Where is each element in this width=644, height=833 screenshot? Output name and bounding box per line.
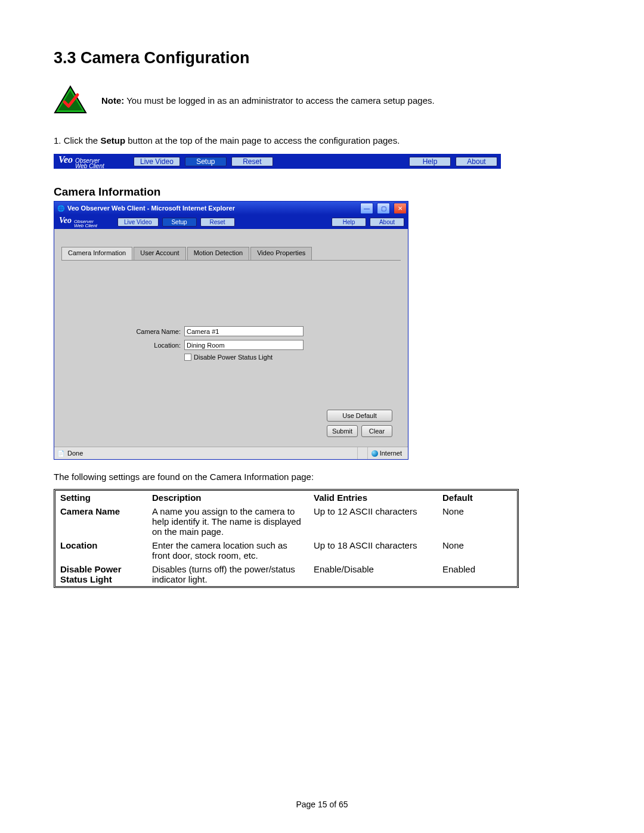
logo: Veo ObserverWeb Client bbox=[57, 154, 129, 169]
reset-button[interactable]: Reset bbox=[231, 157, 273, 166]
section-heading: 3.3 Camera Configuration bbox=[54, 49, 590, 67]
ie-titlebar: 🌐 Veo Observer Web Client - Microsoft In… bbox=[54, 202, 408, 215]
live-video-button[interactable]: Live Video bbox=[134, 157, 180, 166]
tab-user-account[interactable]: User Account bbox=[134, 247, 185, 260]
setup-button[interactable]: Setup bbox=[185, 157, 227, 166]
th-valid: Valid Entries bbox=[309, 491, 438, 504]
logo-sub: ObserverWeb Client bbox=[75, 158, 104, 169]
inner-toolbar: Veo ObserverWeb Client Live Video Setup … bbox=[54, 215, 408, 229]
setup-button-inner[interactable]: Setup bbox=[162, 218, 197, 227]
table-row: Location Enter the camera location such … bbox=[55, 538, 517, 562]
close-button[interactable]: ✕ bbox=[394, 203, 407, 214]
note-text: Note: You must be logged in as an admini… bbox=[101, 95, 435, 106]
sub-heading: Camera Information bbox=[54, 185, 590, 199]
clear-button[interactable]: Clear bbox=[361, 425, 392, 437]
maximize-button[interactable]: ▢ bbox=[377, 203, 390, 214]
about-button-inner[interactable]: About bbox=[370, 218, 404, 227]
form-area: Camera Name: Location: Disable Power Sta… bbox=[54, 261, 408, 368]
step1-post: button at the top of the main page to ac… bbox=[125, 135, 400, 145]
about-button[interactable]: About bbox=[456, 157, 497, 166]
th-default: Default bbox=[438, 491, 517, 504]
ie-window-title: Veo Observer Web Client - Microsoft Inte… bbox=[67, 205, 358, 212]
minimize-button[interactable]: — bbox=[360, 203, 373, 214]
location-input[interactable] bbox=[184, 340, 304, 350]
lead-text: The following settings are found on the … bbox=[54, 472, 590, 482]
step-1: 1. Click the Setup button at the top of … bbox=[54, 135, 590, 145]
page-footer: Page 15 of 65 bbox=[0, 800, 644, 809]
ie-statusbar: 📄 Done Internet bbox=[54, 447, 408, 459]
top-toolbar: Veo ObserverWeb Client Live Video Setup … bbox=[54, 154, 501, 169]
table-row: Camera Name A name you assign to the cam… bbox=[55, 504, 517, 538]
status-zone: Internet bbox=[367, 447, 405, 459]
logo-inner: Veo ObserverWeb Client bbox=[58, 216, 114, 228]
live-video-button-inner[interactable]: Live Video bbox=[117, 218, 159, 227]
ie-app-icon: 🌐 bbox=[57, 204, 65, 212]
page-icon: 📄 bbox=[57, 449, 65, 457]
camera-name-input[interactable] bbox=[184, 326, 304, 336]
settings-table: Setting Description Valid Entries Defaul… bbox=[54, 489, 519, 588]
help-button-inner[interactable]: Help bbox=[332, 218, 366, 227]
table-row: Disable Power Status Light Disables (tur… bbox=[55, 562, 517, 586]
help-button[interactable]: Help bbox=[409, 157, 451, 166]
disable-psl-label: Disable Power Status Light bbox=[194, 354, 273, 361]
note-label: Note: bbox=[101, 95, 124, 106]
logo-brand: Veo bbox=[58, 154, 73, 165]
location-label: Location: bbox=[61, 342, 184, 349]
tab-camera-information[interactable]: Camera Information bbox=[61, 247, 132, 260]
camera-name-label: Camera Name: bbox=[61, 328, 184, 335]
disable-psl-checkbox[interactable] bbox=[184, 354, 191, 361]
use-default-button[interactable]: Use Default bbox=[327, 410, 392, 422]
th-setting: Setting bbox=[55, 491, 147, 504]
th-description: Description bbox=[147, 491, 309, 504]
note-body: You must be logged in as an administrato… bbox=[124, 95, 434, 106]
submit-button[interactable]: Submit bbox=[327, 425, 358, 437]
tabs: Camera Information User Account Motion D… bbox=[61, 247, 401, 261]
caution-icon bbox=[54, 85, 87, 115]
tab-motion-detection[interactable]: Motion Detection bbox=[187, 247, 250, 260]
globe-icon bbox=[371, 450, 378, 457]
step1-pre: 1. Click the bbox=[54, 135, 100, 145]
step1-bold: Setup bbox=[100, 135, 125, 145]
tab-video-properties[interactable]: Video Properties bbox=[250, 247, 312, 260]
reset-button-inner[interactable]: Reset bbox=[200, 218, 235, 227]
ie-window: 🌐 Veo Observer Web Client - Microsoft In… bbox=[54, 201, 408, 460]
status-done: Done bbox=[67, 450, 83, 457]
